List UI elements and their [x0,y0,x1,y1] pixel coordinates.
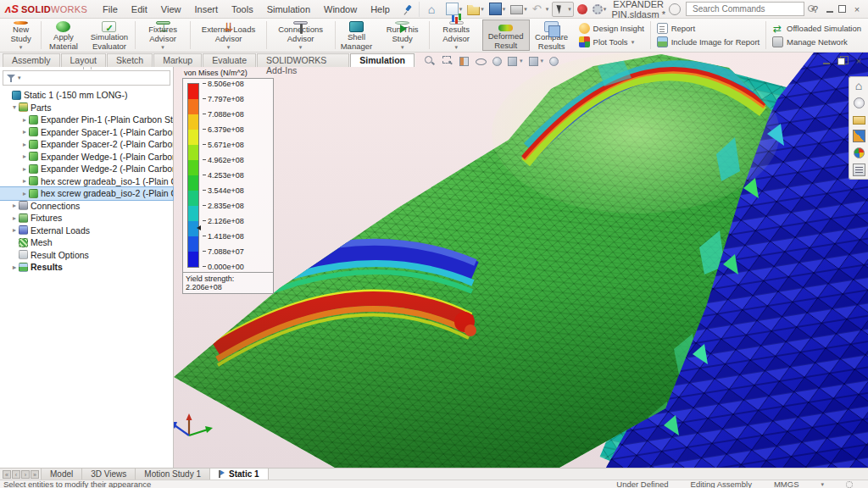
restore-button[interactable] [838,5,846,13]
zoom-to-area-icon[interactable] [442,55,453,67]
run-this-study-button[interactable]: Run This Study▾ [376,19,427,51]
edit-appearance-icon[interactable] [492,57,502,66]
save-button[interactable]: ▾ [487,2,508,17]
menu-view[interactable]: View [154,0,188,19]
status-units[interactable]: MMGS [774,480,799,488]
apply-material-button[interactable]: Apply Material [42,19,85,51]
tree-item-external-loads[interactable]: ▸ External Loads [0,225,173,237]
external-loads-advisor-button[interactable]: External Loads Advisor▾ [192,19,265,51]
first-tab-button[interactable]: « [3,470,11,479]
display-style-icon[interactable] [529,57,538,66]
manage-network-button[interactable]: Manage Network [772,36,861,47]
tree-item-expander-spacer-1[interactable]: ▸ Expander Spacer-1 (-Plain Carbon Steel… [0,126,173,139]
options-button[interactable]: ▾ [591,2,609,17]
solidworks-resources-icon[interactable] [853,80,865,92]
part-icon [29,152,38,161]
tree-item-hex-screw-1[interactable]: ▸ hex screw gradeab_iso-1 (-Plain Carbon… [0,175,173,188]
tree-item-expander-pin-1[interactable]: ▸ Expander Pin-1 (-Plain Carbon Steel-) [0,114,173,126]
3dexperience-icon[interactable] [854,97,865,108]
document-minimize-icon[interactable] [823,58,830,64]
tab-model[interactable]: Model [41,469,82,480]
select-tool-button[interactable]: ▾ [552,2,574,17]
tree-item-static-study[interactable]: Static 1 (-150 mm LONG-) [0,89,173,102]
home-button[interactable] [426,2,442,17]
tree-item-results[interactable]: ▸ Results [0,261,173,274]
tab-simulation[interactable]: Simulation [350,53,415,67]
tree-filter-box[interactable]: ▾ [3,70,170,86]
print-button[interactable]: ▾ [509,2,529,17]
design-library-icon[interactable] [853,116,865,125]
menu-help[interactable]: Help [364,0,397,19]
menu-edit[interactable]: Edit [125,0,154,19]
tree-item-expander-wedge-2[interactable]: ▸ Expander Wedge-2 (-Plain Carbon Steel-… [0,163,173,175]
home-icon [428,3,441,15]
view-orientation-dropdown-icon[interactable]: ▾ [520,58,523,64]
units-dropdown-icon[interactable]: ▾ [821,481,824,488]
document-restore-icon[interactable] [837,58,845,65]
compare-results-button[interactable]: Compare Results [530,19,574,51]
fixtures-advisor-button[interactable]: Fixtures Advisor▾ [136,19,190,51]
open-button[interactable]: ▾ [465,2,486,17]
filter-dropdown-icon[interactable]: ▾ [18,75,21,81]
zoom-to-fit-icon[interactable] [424,55,436,67]
tree-item-result-options[interactable]: Result Options [0,249,173,262]
view-palette-icon[interactable] [853,130,865,142]
menu-insert[interactable]: Insert [187,0,225,19]
offloaded-simulation-button[interactable]: Offloaded Simulation [772,23,861,34]
tab-static-1[interactable]: Static 1 [209,469,269,480]
tree-item-parts[interactable]: ▾ Parts [0,102,173,114]
shell-manager-button[interactable]: Shell Manager [336,19,376,51]
view-orientation-icon[interactable] [508,57,517,66]
last-tab-button[interactable]: » [31,470,39,479]
tab-evaluate[interactable]: Evaluate [203,53,256,67]
menu-file[interactable]: File [96,0,125,19]
display-style-dropdown-icon[interactable]: ▾ [541,58,544,64]
previous-tab-button[interactable]: ‹ [12,470,20,479]
tree-item-mesh[interactable]: Mesh [0,236,173,249]
tree-item-expander-wedge-1[interactable]: ▸ Expander Wedge-1 (-Plain Carbon Steel-… [0,151,173,164]
tree-item-hex-screw-2-selected[interactable]: ▸ hex screw gradeab_iso-2 (-Plain Carbon… [0,187,173,200]
new-study-button[interactable]: New Study▾ [2,19,40,51]
design-insight-button[interactable]: Design Insight [579,23,644,34]
tab-markup[interactable]: Markup [153,53,202,67]
section-view-icon[interactable] [459,57,469,66]
minimize-button[interactable] [826,6,833,13]
tree-item-connections[interactable]: ▸ Connections [0,200,173,213]
next-tab-button[interactable]: › [21,470,30,479]
tab-solidworks-add-ins[interactable]: SOLIDWORKS Add-Ins [257,53,349,67]
deformed-result-button[interactable]: Deformed Result [482,19,530,51]
tab-layout[interactable]: Layout [61,53,107,67]
new-document-button[interactable]: ▾ [444,2,465,17]
connections-advisor-button[interactable]: Connections Advisor▾ [268,19,334,51]
document-close-icon[interactable]: × [853,56,865,66]
apply-scene-icon[interactable] [549,57,559,66]
tree-item-expander-spacer-2[interactable]: ▸ Expander Spacer-2 (-Plain Carbon Steel… [0,138,173,151]
results-advisor-button[interactable]: Results Advisor▾ [431,19,482,51]
close-button[interactable]: × [851,4,863,14]
menu-tools[interactable]: Tools [225,0,260,19]
tab-assembly[interactable]: Assembly [3,53,60,67]
menu-window[interactable]: Window [317,0,364,19]
hide-show-items-icon[interactable] [475,55,487,67]
tab-3d-views[interactable]: 3D Views [81,469,136,480]
search-commands-box[interactable]: ▾ [686,2,804,16]
panel-splitter-handle[interactable] [83,67,92,69]
plot-tools-button[interactable]: Plot Tools ▾ [579,36,644,47]
offloaded-simulation-group: Offloaded Simulation Manage Network [767,19,866,51]
tree-item-fixtures[interactable]: ▸ Fixtures [0,212,173,225]
rebuild-button[interactable] [576,2,589,17]
status-tag-icon[interactable] [846,481,853,488]
pin-menu-icon[interactable] [402,3,414,15]
custom-properties-icon[interactable] [853,164,865,176]
user-avatar-icon[interactable] [669,3,681,15]
tab-motion-study-1[interactable]: Motion Study 1 [135,469,210,480]
menu-simulation[interactable]: Simulation [260,0,317,19]
undo-button[interactable]: ▾ [531,2,551,17]
report-button[interactable]: Report [657,23,760,34]
include-image-for-report-button[interactable]: Include Image for Report [657,36,760,47]
simulation-evaluator-button[interactable]: Simulation Evaluator [85,19,134,51]
search-input[interactable] [693,4,804,14]
tab-sketch[interactable]: Sketch [107,53,153,67]
appearances-scenes-icon[interactable] [854,147,865,158]
graphics-viewport[interactable]: von Mises (N/m^2) 8.506e+08 7.797e+08 7.… [174,53,868,468]
